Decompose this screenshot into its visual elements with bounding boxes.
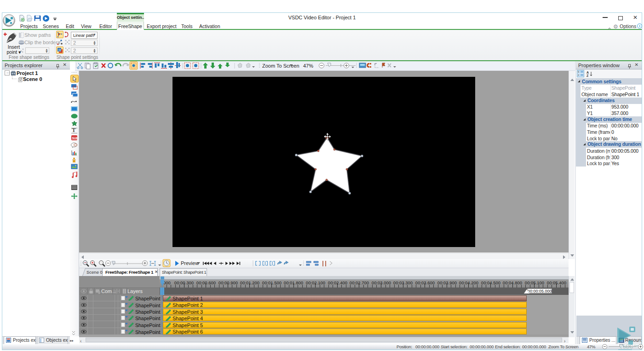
svg-text:Zoom To Screen: Zoom To Screen xyxy=(262,63,299,69)
svg-text:2:: 2: xyxy=(578,74,580,76)
svg-text:Z: Z xyxy=(586,74,589,77)
svg-text:A: A xyxy=(586,71,589,74)
svg-text:47%: 47% xyxy=(303,63,313,69)
svg-text:Preview: Preview xyxy=(181,260,199,266)
svg-text:9:: 9: xyxy=(578,70,580,73)
svg-text:T: T xyxy=(72,127,76,133)
svg-text:SUB: SUB xyxy=(72,137,79,140)
svg-text:VSDC™: VSDC™ xyxy=(619,344,638,349)
